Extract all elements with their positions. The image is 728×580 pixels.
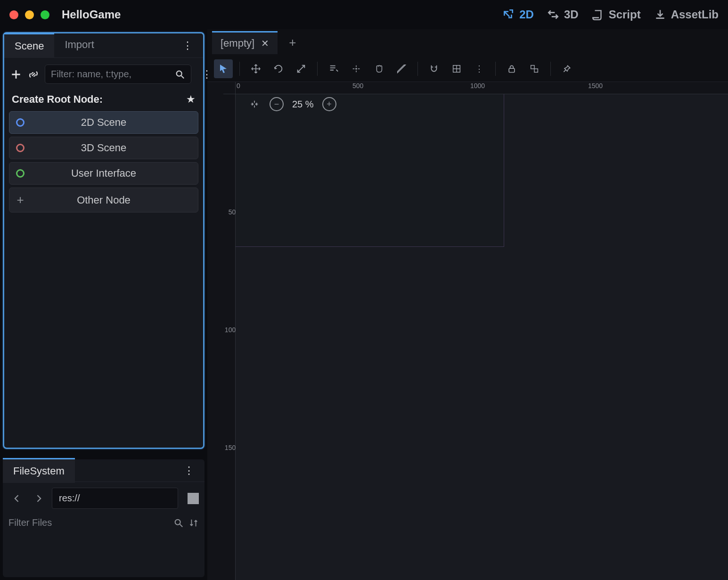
- scene-panel: Scene Import ⋮ ⋮: [3, 32, 204, 449]
- window-close-button[interactable]: [9, 10, 18, 19]
- filesystem-filter-row: Filter Files: [3, 515, 204, 531]
- ruler-tool-button[interactable]: [392, 59, 411, 78]
- workspace-assetlib-label: AssetLib: [671, 8, 719, 21]
- filesystem-tab[interactable]: FileSystem: [3, 458, 75, 483]
- window-controls: [9, 10, 49, 19]
- chevron-right-icon: [34, 494, 43, 503]
- workspace-script-button[interactable]: Script: [592, 8, 641, 21]
- scene-toolbar: ⋮: [4, 58, 203, 90]
- window-maximize-button[interactable]: [41, 10, 49, 19]
- new-scene-tab-button[interactable]: +: [284, 35, 301, 50]
- scene-filter-input[interactable]: [51, 69, 170, 80]
- app-title: HelloGame: [62, 8, 121, 21]
- workspace-2d-button[interactable]: 2D: [502, 8, 534, 21]
- create-root-header: Create Root Node: ★: [4, 90, 203, 111]
- workspace-3d-button[interactable]: 3D: [547, 8, 579, 21]
- root-node-options: 2D Scene 3D Scene User Interface + Other…: [4, 111, 203, 212]
- create-root-label: Create Root Node:: [12, 93, 103, 106]
- viewport[interactable]: 0 500 1000 1500 500 1000 1500 − 25 % +: [207, 82, 728, 580]
- rotate-tool-button[interactable]: [269, 59, 288, 78]
- svg-point-2: [355, 68, 357, 70]
- main-layout: Scene Import ⋮ ⋮: [0, 29, 728, 580]
- zoom-in-button[interactable]: +: [322, 97, 336, 111]
- close-tab-button[interactable]: ✕: [261, 38, 269, 49]
- sort-icon[interactable]: [188, 518, 199, 528]
- link-scene-button[interactable]: [28, 65, 39, 83]
- list-icon: [328, 64, 339, 74]
- create-other-node-button[interactable]: + Other Node: [9, 188, 198, 212]
- group-button[interactable]: [525, 59, 544, 78]
- filesystem-panel: FileSystem ⋮ res:// Filter Files: [3, 459, 204, 577]
- workspace-3d-label: 3D: [564, 8, 579, 21]
- scene-filter-box[interactable]: [45, 65, 191, 84]
- center-view-button[interactable]: [248, 98, 261, 111]
- view-mode-icon[interactable]: [188, 493, 199, 504]
- pivot-tool-button[interactable]: [347, 59, 366, 78]
- cursor-icon: [218, 63, 229, 74]
- plus-icon: [10, 68, 22, 81]
- filesystem-path-text: res://: [59, 493, 80, 504]
- zoom-level-label[interactable]: 25 %: [292, 99, 314, 110]
- workspace-script-label: Script: [609, 8, 641, 21]
- canvas[interactable]: − 25 % +: [236, 94, 728, 580]
- search-icon: [175, 69, 185, 80]
- create-2d-scene-button[interactable]: 2D Scene: [9, 111, 198, 134]
- rotate-icon: [273, 64, 284, 74]
- favorite-icon[interactable]: ★: [186, 93, 196, 106]
- grid-icon: [451, 64, 462, 74]
- link-icon: [28, 69, 39, 80]
- toolbar-separator: [239, 62, 240, 76]
- ruler-icon: [396, 64, 407, 74]
- script-icon: [592, 8, 604, 21]
- workspace-2d-label: 2D: [519, 8, 534, 21]
- scene-tab-label: [empty]: [221, 37, 254, 49]
- chevron-left-icon: [12, 494, 22, 503]
- add-node-button[interactable]: [10, 65, 22, 83]
- nav-forward-button[interactable]: [30, 493, 47, 504]
- open-scenes-bar: [empty] ✕ +: [207, 29, 728, 56]
- window-minimize-button[interactable]: [25, 10, 34, 19]
- toolbar-separator: [417, 62, 418, 76]
- pivot-icon: [351, 64, 361, 74]
- swap-3d-icon: [547, 8, 559, 21]
- ruler-horizontal: 0 500 1000 1500: [236, 82, 728, 94]
- svg-rect-5: [534, 69, 538, 72]
- list-select-button[interactable]: [324, 59, 343, 78]
- create-3d-scene-label: 3D Scene: [16, 142, 191, 154]
- ruler-vertical: 500 1000 1500: [223, 94, 236, 580]
- scale-tool-button[interactable]: [292, 59, 311, 78]
- scene-panel-menu-button[interactable]: ⋮: [178, 37, 197, 55]
- center-icon: [249, 99, 260, 109]
- zoom-out-button[interactable]: −: [270, 97, 284, 111]
- grid-snap-button[interactable]: [447, 59, 466, 78]
- ruler-h-tick-1: 500: [352, 82, 363, 90]
- scene-panel-tabs: Scene Import ⋮: [4, 33, 203, 58]
- camera-bounds-rect: [236, 94, 504, 247]
- titlebar: HelloGame 2D 3D Script AssetLib: [0, 0, 728, 29]
- magnet-icon: [429, 64, 439, 74]
- ruler-h-tick-3: 1500: [588, 82, 603, 90]
- create-ui-button[interactable]: User Interface: [9, 162, 198, 185]
- nav-back-button[interactable]: [8, 493, 25, 504]
- pan-tool-button[interactable]: [369, 59, 388, 78]
- snap-toggle-button[interactable]: [425, 59, 443, 78]
- lock-button[interactable]: [502, 59, 521, 78]
- move-tool-button[interactable]: [246, 59, 265, 78]
- pin-button[interactable]: [557, 59, 576, 78]
- svg-rect-4: [531, 65, 534, 68]
- snap-options-button[interactable]: ⋮: [470, 59, 489, 78]
- viewport-toolbar: ⋮: [207, 56, 728, 82]
- filesystem-nav: res://: [3, 482, 204, 515]
- ruler-h-tick-2: 1000: [470, 82, 485, 90]
- filesystem-path-input[interactable]: res://: [52, 488, 178, 509]
- import-tab[interactable]: Import: [54, 33, 104, 58]
- scene-tab[interactable]: Scene: [4, 33, 54, 58]
- create-3d-scene-button[interactable]: 3D Scene: [9, 137, 198, 159]
- filesystem-filter-placeholder[interactable]: Filter Files: [8, 517, 169, 528]
- workspace-assetlib-button[interactable]: AssetLib: [654, 8, 719, 21]
- filesystem-panel-menu-button[interactable]: ⋮: [179, 462, 199, 480]
- select-tool-button[interactable]: [214, 59, 233, 78]
- move-icon: [251, 64, 261, 74]
- scene-tab-empty[interactable]: [empty] ✕: [212, 31, 278, 54]
- ruler-h-tick-0: 0: [237, 82, 240, 90]
